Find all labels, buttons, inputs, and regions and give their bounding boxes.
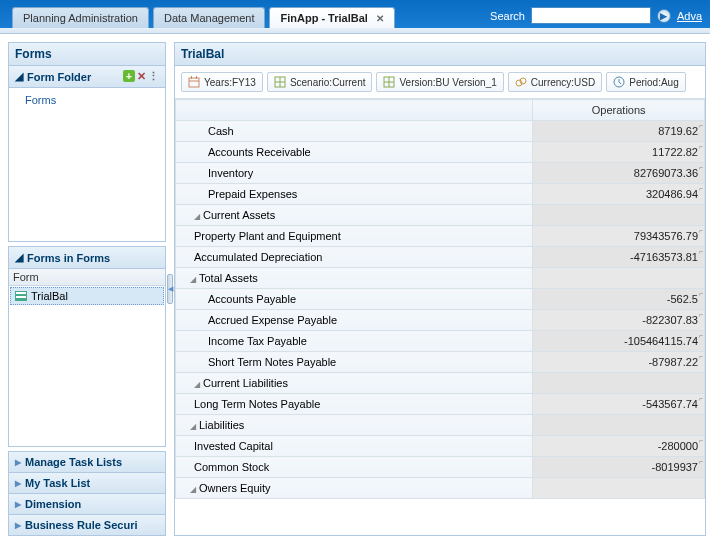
data-grid-scroll[interactable]: Operations Cash8719.62⌐Accounts Receivab… — [175, 99, 705, 535]
search-input[interactable] — [531, 7, 651, 24]
cell-value[interactable]: 320486.94⌐ — [533, 184, 705, 205]
cell-value[interactable]: -87987.22⌐ — [533, 352, 705, 373]
row-header[interactable]: Accumulated Depreciation — [176, 247, 533, 268]
cell-value[interactable] — [533, 478, 705, 499]
row-label: Accounts Receivable — [208, 146, 311, 158]
cell-value[interactable]: -562.5⌐ — [533, 289, 705, 310]
search-go-icon[interactable]: ▶ — [657, 9, 671, 23]
collapse-icon[interactable]: ◢ — [194, 380, 200, 389]
collapse-icon[interactable]: ◢ — [15, 70, 23, 83]
pov-years[interactable]: Years:FY13 — [181, 72, 263, 92]
row-header[interactable]: Common Stock — [176, 457, 533, 478]
row-label: Property Plant and Equipment — [194, 230, 341, 242]
splitter[interactable]: ◀ — [166, 42, 174, 536]
tab-planning-administration[interactable]: Planning Administration — [12, 7, 149, 28]
row-label: Common Stock — [194, 461, 269, 473]
row-header[interactable]: Accounts Payable — [176, 289, 533, 310]
cell-value[interactable] — [533, 415, 705, 436]
col-header-operations[interactable]: Operations — [533, 100, 705, 121]
stack-business-rule-security[interactable]: ▶Business Rule Securi — [9, 515, 165, 535]
row-label: Accrued Expense Payable — [208, 314, 337, 326]
row-header[interactable]: Accounts Receivable — [176, 142, 533, 163]
row-label: Accumulated Depreciation — [194, 251, 322, 263]
row-header[interactable]: ◢Owners Equity — [176, 478, 533, 499]
cell-value[interactable]: -822307.83⌐ — [533, 310, 705, 331]
row-label: Total Assets — [199, 272, 258, 284]
svg-line-14 — [619, 82, 621, 84]
data-grid: Operations Cash8719.62⌐Accounts Receivab… — [175, 99, 705, 499]
form-list-body: TrialBal — [9, 286, 165, 446]
cell-mark-icon: ⌐ — [699, 248, 703, 255]
pov-scenario[interactable]: Scenario:Current — [267, 72, 373, 92]
cell-value[interactable]: 79343576.79⌐ — [533, 226, 705, 247]
collapse-icon[interactable]: ◢ — [190, 275, 196, 284]
cell-mark-icon: ⌐ — [699, 290, 703, 297]
form-icon — [15, 291, 27, 301]
cell-value[interactable]: -105464115.74⌐ — [533, 331, 705, 352]
left-sidebar: Forms ◢ Form Folder + ✕ ⋮ Forms — [8, 42, 166, 536]
cell-value[interactable]: -8019937⌐ — [533, 457, 705, 478]
svg-rect-3 — [196, 76, 197, 79]
close-icon[interactable]: ✕ — [376, 13, 384, 24]
row-header[interactable]: ◢Current Liabilities — [176, 373, 533, 394]
cell-value[interactable]: -280000⌐ — [533, 436, 705, 457]
advanced-link[interactable]: Adva — [677, 10, 702, 22]
more-icon[interactable]: ⋮ — [148, 70, 159, 83]
row-header[interactable]: Accrued Expense Payable — [176, 310, 533, 331]
row-header[interactable]: ◢Total Assets — [176, 268, 533, 289]
delete-icon[interactable]: ✕ — [137, 70, 146, 83]
cell-mark-icon: ⌐ — [699, 332, 703, 339]
cell-value[interactable] — [533, 268, 705, 289]
form-folder-header: ◢ Form Folder + ✕ ⋮ — [9, 66, 165, 88]
add-folder-icon[interactable]: + — [123, 70, 135, 82]
row-header[interactable]: Property Plant and Equipment — [176, 226, 533, 247]
cell-mark-icon: ⌐ — [699, 437, 703, 444]
stack-manage-task-lists[interactable]: ▶Manage Task Lists — [9, 452, 165, 472]
cell-value[interactable]: -47163573.81⌐ — [533, 247, 705, 268]
row-label: Inventory — [208, 167, 253, 179]
cell-value[interactable]: 82769073.36⌐ — [533, 163, 705, 184]
row-header[interactable]: Long Term Notes Payable — [176, 394, 533, 415]
row-header[interactable]: Prepaid Expenses — [176, 184, 533, 205]
pov-version[interactable]: Version:BU Version_1 — [376, 72, 503, 92]
form-list-header: Form — [9, 269, 165, 286]
row-header[interactable]: Cash — [176, 121, 533, 142]
cell-value[interactable]: 8719.62⌐ — [533, 121, 705, 142]
tab-finapp-trialbal[interactable]: FinApp - TrialBal ✕ — [269, 7, 394, 28]
pov-period[interactable]: Period:Aug — [606, 72, 685, 92]
grid-icon — [274, 76, 286, 88]
row-header[interactable]: Invested Capital — [176, 436, 533, 457]
row-header[interactable]: Short Term Notes Payable — [176, 352, 533, 373]
cell-value[interactable]: 11722.82⌐ — [533, 142, 705, 163]
row-label: Income Tax Payable — [208, 335, 307, 347]
row-header[interactable]: ◢Liabilities — [176, 415, 533, 436]
collapse-icon[interactable]: ◢ — [190, 485, 196, 494]
row-header[interactable]: Inventory — [176, 163, 533, 184]
chevron-right-icon: ▶ — [15, 500, 21, 509]
row-label: Long Term Notes Payable — [194, 398, 320, 410]
cell-value[interactable] — [533, 205, 705, 226]
pov-currency[interactable]: Currency:USD — [508, 72, 602, 92]
form-list-item-trialbal[interactable]: TrialBal — [10, 287, 164, 305]
content-panel: TrialBal Years:FY13 Scenario:Current Ver… — [174, 42, 706, 536]
tab-data-management[interactable]: Data Management — [153, 7, 266, 28]
search-label: Search — [490, 10, 525, 22]
collapse-icon[interactable]: ◢ — [190, 422, 196, 431]
row-header[interactable]: Income Tax Payable — [176, 331, 533, 352]
cell-value[interactable] — [533, 373, 705, 394]
stack-my-task-list[interactable]: ▶My Task List — [9, 473, 165, 493]
collapse-icon[interactable]: ◢ — [194, 212, 200, 221]
cell-mark-icon: ⌐ — [699, 164, 703, 171]
row-label: Owners Equity — [199, 482, 271, 494]
chevron-right-icon: ▶ — [15, 479, 21, 488]
collapse-icon[interactable]: ◢ — [15, 251, 23, 264]
svg-rect-0 — [189, 78, 199, 87]
chevron-right-icon: ▶ — [15, 458, 21, 467]
stack-dimension[interactable]: ▶Dimension — [9, 494, 165, 514]
row-header[interactable]: ◢Current Assets — [176, 205, 533, 226]
cell-value[interactable]: -543567.74⌐ — [533, 394, 705, 415]
top-tab-bar: Planning Administration Data Management … — [0, 0, 710, 28]
calendar-icon — [188, 76, 200, 88]
tree-node-forms[interactable]: Forms — [11, 92, 163, 108]
cell-mark-icon: ⌐ — [699, 122, 703, 129]
